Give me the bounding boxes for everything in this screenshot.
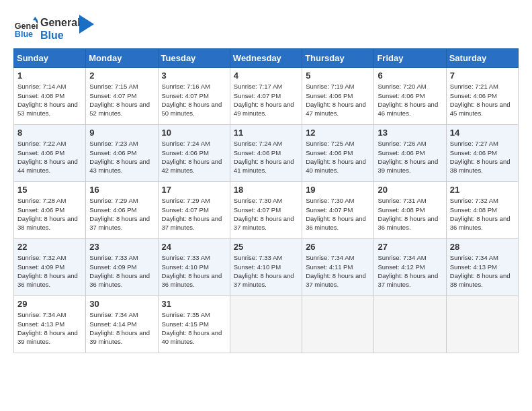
svg-text:Blue: Blue xyxy=(15,30,33,40)
day-number: 27 xyxy=(378,242,442,252)
calendar-cell: 2Sunrise: 7:15 AMSunset: 4:07 PMDaylight… xyxy=(86,68,158,125)
calendar-cell: 21Sunrise: 7:32 AMSunset: 4:08 PMDayligh… xyxy=(446,182,518,239)
calendar-cell: 24Sunrise: 7:33 AMSunset: 4:10 PMDayligh… xyxy=(158,239,230,296)
calendar-cell: 27Sunrise: 7:34 AMSunset: 4:12 PMDayligh… xyxy=(374,239,446,296)
logo-general: General xyxy=(40,16,81,29)
calendar-week-row: 15Sunrise: 7:28 AMSunset: 4:06 PMDayligh… xyxy=(14,182,519,239)
day-info: Sunrise: 7:23 AMSunset: 4:06 PMDaylight:… xyxy=(89,139,154,175)
day-info: Sunrise: 7:34 AMSunset: 4:11 PMDaylight:… xyxy=(306,253,370,289)
day-number: 28 xyxy=(450,242,515,252)
day-number: 20 xyxy=(378,185,442,195)
day-info: Sunrise: 7:24 AMSunset: 4:06 PMDaylight:… xyxy=(234,139,298,175)
day-info: Sunrise: 7:33 AMSunset: 4:09 PMDaylight:… xyxy=(89,253,154,289)
day-info: Sunrise: 7:16 AMSunset: 4:07 PMDaylight:… xyxy=(162,82,226,118)
day-info: Sunrise: 7:32 AMSunset: 4:08 PMDaylight:… xyxy=(450,196,515,232)
weekday-header-sunday: Sunday xyxy=(14,49,86,68)
day-number: 18 xyxy=(234,185,298,195)
calendar-cell xyxy=(302,296,374,353)
calendar-cell: 28Sunrise: 7:34 AMSunset: 4:13 PMDayligh… xyxy=(446,239,518,296)
day-info: Sunrise: 7:35 AMSunset: 4:15 PMDaylight:… xyxy=(162,310,226,346)
logo-arrow-icon xyxy=(79,15,94,35)
calendar-cell: 10Sunrise: 7:24 AMSunset: 4:06 PMDayligh… xyxy=(158,125,230,182)
calendar-cell: 23Sunrise: 7:33 AMSunset: 4:09 PMDayligh… xyxy=(86,239,158,296)
calendar-cell: 13Sunrise: 7:26 AMSunset: 4:06 PMDayligh… xyxy=(374,125,446,182)
svg-marker-4 xyxy=(79,15,94,34)
calendar-week-row: 29Sunrise: 7:34 AMSunset: 4:13 PMDayligh… xyxy=(14,296,519,353)
day-number: 4 xyxy=(234,71,298,81)
day-number: 19 xyxy=(306,185,370,195)
weekday-header-tuesday: Tuesday xyxy=(158,49,230,68)
day-number: 26 xyxy=(306,242,370,252)
calendar-cell: 1Sunrise: 7:14 AMSunset: 4:08 PMDaylight… xyxy=(14,68,86,125)
calendar-week-row: 8Sunrise: 7:22 AMSunset: 4:06 PMDaylight… xyxy=(14,125,519,182)
day-number: 15 xyxy=(17,185,82,195)
calendar-cell: 17Sunrise: 7:29 AMSunset: 4:07 PMDayligh… xyxy=(158,182,230,239)
calendar-cell xyxy=(374,296,446,353)
calendar-cell: 12Sunrise: 7:25 AMSunset: 4:06 PMDayligh… xyxy=(302,125,374,182)
weekday-header-row: SundayMondayTuesdayWednesdayThursdayFrid… xyxy=(14,49,519,68)
day-info: Sunrise: 7:26 AMSunset: 4:06 PMDaylight:… xyxy=(378,139,442,175)
calendar-cell: 8Sunrise: 7:22 AMSunset: 4:06 PMDaylight… xyxy=(14,125,86,182)
logo: General Blue General Blue xyxy=(13,13,94,42)
day-info: Sunrise: 7:33 AMSunset: 4:10 PMDaylight:… xyxy=(234,253,298,289)
day-info: Sunrise: 7:30 AMSunset: 4:07 PMDaylight:… xyxy=(234,196,298,232)
day-info: Sunrise: 7:25 AMSunset: 4:06 PMDaylight:… xyxy=(306,139,370,175)
day-info: Sunrise: 7:34 AMSunset: 4:14 PMDaylight:… xyxy=(89,310,154,346)
day-info: Sunrise: 7:29 AMSunset: 4:06 PMDaylight:… xyxy=(89,196,154,232)
day-number: 17 xyxy=(162,185,226,195)
calendar-cell: 25Sunrise: 7:33 AMSunset: 4:10 PMDayligh… xyxy=(230,239,302,296)
calendar-week-row: 22Sunrise: 7:32 AMSunset: 4:09 PMDayligh… xyxy=(14,239,519,296)
day-number: 10 xyxy=(162,128,226,138)
weekday-header-thursday: Thursday xyxy=(302,49,374,68)
day-info: Sunrise: 7:19 AMSunset: 4:06 PMDaylight:… xyxy=(306,82,370,118)
calendar-cell: 11Sunrise: 7:24 AMSunset: 4:06 PMDayligh… xyxy=(230,125,302,182)
day-number: 6 xyxy=(378,71,442,81)
logo-blue: Blue xyxy=(40,29,81,42)
day-info: Sunrise: 7:31 AMSunset: 4:08 PMDaylight:… xyxy=(378,196,442,232)
svg-marker-2 xyxy=(33,17,38,20)
day-info: Sunrise: 7:24 AMSunset: 4:06 PMDaylight:… xyxy=(162,139,226,175)
weekday-header-wednesday: Wednesday xyxy=(230,49,302,68)
day-info: Sunrise: 7:32 AMSunset: 4:09 PMDaylight:… xyxy=(17,253,82,289)
calendar-cell: 15Sunrise: 7:28 AMSunset: 4:06 PMDayligh… xyxy=(14,182,86,239)
day-info: Sunrise: 7:30 AMSunset: 4:07 PMDaylight:… xyxy=(306,196,370,232)
day-number: 23 xyxy=(89,242,154,252)
day-info: Sunrise: 7:28 AMSunset: 4:06 PMDaylight:… xyxy=(17,196,82,232)
day-info: Sunrise: 7:14 AMSunset: 4:08 PMDaylight:… xyxy=(17,82,82,118)
day-number: 16 xyxy=(89,185,154,195)
calendar-cell xyxy=(230,296,302,353)
day-info: Sunrise: 7:34 AMSunset: 4:12 PMDaylight:… xyxy=(378,253,442,289)
day-number: 21 xyxy=(450,185,515,195)
day-number: 7 xyxy=(450,71,515,81)
calendar-cell: 26Sunrise: 7:34 AMSunset: 4:11 PMDayligh… xyxy=(302,239,374,296)
calendar-cell xyxy=(446,296,518,353)
weekday-header-monday: Monday xyxy=(86,49,158,68)
day-number: 2 xyxy=(89,71,154,81)
calendar-cell: 29Sunrise: 7:34 AMSunset: 4:13 PMDayligh… xyxy=(14,296,86,353)
header: General Blue General Blue xyxy=(13,13,519,42)
day-number: 1 xyxy=(17,71,82,81)
day-number: 8 xyxy=(17,128,82,138)
calendar-cell: 19Sunrise: 7:30 AMSunset: 4:07 PMDayligh… xyxy=(302,182,374,239)
day-number: 13 xyxy=(378,128,442,138)
day-info: Sunrise: 7:22 AMSunset: 4:06 PMDaylight:… xyxy=(17,139,82,175)
day-info: Sunrise: 7:17 AMSunset: 4:07 PMDaylight:… xyxy=(234,82,298,118)
day-number: 12 xyxy=(306,128,370,138)
day-info: Sunrise: 7:29 AMSunset: 4:07 PMDaylight:… xyxy=(162,196,226,232)
calendar-week-row: 1Sunrise: 7:14 AMSunset: 4:08 PMDaylight… xyxy=(14,68,519,125)
calendar-cell: 5Sunrise: 7:19 AMSunset: 4:06 PMDaylight… xyxy=(302,68,374,125)
day-info: Sunrise: 7:27 AMSunset: 4:06 PMDaylight:… xyxy=(450,139,515,175)
calendar-cell: 30Sunrise: 7:34 AMSunset: 4:14 PMDayligh… xyxy=(86,296,158,353)
day-info: Sunrise: 7:21 AMSunset: 4:06 PMDaylight:… xyxy=(450,82,515,118)
logo-icon: General Blue xyxy=(13,15,38,40)
day-number: 9 xyxy=(89,128,154,138)
day-number: 11 xyxy=(234,128,298,138)
day-number: 14 xyxy=(450,128,515,138)
day-info: Sunrise: 7:33 AMSunset: 4:10 PMDaylight:… xyxy=(162,253,226,289)
day-number: 22 xyxy=(17,242,82,252)
calendar-table: SundayMondayTuesdayWednesdayThursdayFrid… xyxy=(13,48,519,353)
day-number: 5 xyxy=(306,71,370,81)
calendar-cell: 3Sunrise: 7:16 AMSunset: 4:07 PMDaylight… xyxy=(158,68,230,125)
day-number: 29 xyxy=(17,299,82,309)
day-number: 30 xyxy=(89,299,154,309)
